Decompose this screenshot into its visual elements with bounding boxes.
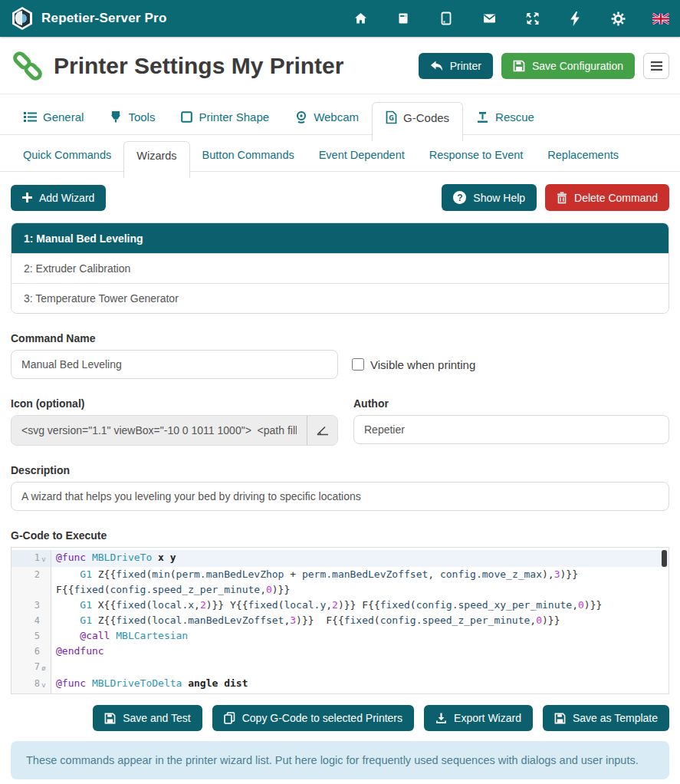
icon-preview-button[interactable] [307, 416, 337, 445]
top-navbar: Repetier-Server Pro [0, 0, 680, 37]
editor-line: 8v@func MBLDriveToDelta angle dist [11, 676, 669, 693]
chain-link-icon [11, 49, 44, 83]
uk-flag-icon[interactable] [652, 11, 669, 26]
gear-icon[interactable] [609, 11, 626, 26]
hamburger-icon [651, 61, 662, 71]
description-label: Description [11, 464, 669, 476]
bolt-icon[interactable] [567, 11, 583, 26]
editor-scrollbar-thumb[interactable] [662, 550, 667, 567]
main-tabs: General Tools Printer Shape Webcam G G-C… [0, 94, 680, 135]
wizard-toolbar: Add Wizard ? Show Help Delete Command [0, 172, 680, 211]
editor-line: 4 G1 Z{{fixed(local.manBedLevZoffset,3)}… [11, 613, 669, 628]
brand-name: Repetier-Server Pro [41, 11, 166, 26]
extruder-icon [110, 110, 122, 124]
author-label: Author [353, 397, 669, 410]
tab-webcam[interactable]: Webcam [282, 103, 372, 134]
tab-printer-shape[interactable]: Printer Shape [168, 103, 282, 134]
list-icon [24, 111, 37, 123]
save-configuration-button[interactable]: Save Configuration [501, 53, 635, 79]
list-item[interactable]: 3: Temperature Tower Generator [11, 283, 669, 313]
tab-rescue[interactable]: Rescue [463, 103, 547, 134]
subtab-response-to-event[interactable]: Response to Event [417, 141, 536, 171]
wizard-form: Command Name Visible when printing Icon … [0, 332, 680, 694]
editor-line: 3 G1 X{{fixed(local.x,2)}} Y{{fixed(loca… [11, 598, 669, 613]
icon-label: Icon (optional) [11, 397, 338, 410]
square-icon [181, 111, 192, 123]
home-icon[interactable] [352, 11, 369, 26]
visible-when-printing-checkbox-row[interactable]: Visible when printing [352, 358, 475, 371]
gcode-editor[interactable]: 1v@func MBLDriveTo x y2 G1 Z{{fixed(min(… [11, 547, 669, 694]
footer: Save Configuration [0, 779, 680, 784]
gcode-editor-lines: 1v@func MBLDriveTo x y2 G1 Z{{fixed(min(… [11, 550, 669, 694]
delete-command-button[interactable]: Delete Command [545, 184, 669, 211]
info-box: These commands appear in the printer wiz… [11, 741, 669, 779]
info-text: These commands appear in the printer wiz… [26, 754, 639, 766]
question-icon: ? [453, 191, 466, 204]
repetier-logo-icon [11, 6, 34, 31]
add-wizard-button[interactable]: Add Wizard [11, 185, 106, 211]
subtab-button-commands[interactable]: Button Commands [190, 141, 307, 171]
save-icon [104, 713, 116, 724]
plus-icon [22, 193, 32, 203]
command-name-label: Command Name [11, 332, 669, 344]
webcam-icon [295, 110, 307, 124]
editor-line: 7ø [11, 659, 669, 676]
icon-svg-input[interactable] [11, 416, 307, 445]
subtab-event-dependent[interactable]: Event Dependent [307, 141, 417, 171]
svg-text:G: G [389, 115, 394, 122]
editor-line: 2 G1 Z{{fixed(min(perm.manBedLevZhop + p… [11, 567, 669, 598]
editor-line: 5 @call MBLCartesian [11, 628, 669, 644]
wizard-list: 1: Manual Bed Leveling 2: Extruder Calib… [11, 222, 669, 314]
gcode-file-icon: G [386, 110, 397, 124]
tab-tools[interactable]: Tools [97, 103, 168, 134]
printer-button[interactable]: Printer [419, 53, 493, 79]
angle-icon [317, 426, 329, 436]
command-name-input[interactable] [11, 350, 338, 379]
show-help-button[interactable]: ? Show Help [442, 184, 537, 211]
trash-icon [557, 192, 567, 204]
copy-gcode-button[interactable]: Copy G-Code to selected Printers [212, 705, 414, 731]
download-icon [435, 713, 447, 724]
subtab-wizards[interactable]: Wizards [123, 141, 189, 178]
brand[interactable]: Repetier-Server Pro [11, 6, 166, 31]
copy-icon [224, 712, 235, 724]
printer-icon[interactable] [395, 11, 412, 26]
export-wizard-button[interactable]: Export Wizard [424, 705, 533, 731]
rescue-icon [476, 111, 489, 124]
save-and-test-button[interactable]: Save and Test [93, 705, 202, 731]
subtab-quick-commands[interactable]: Quick Commands [11, 141, 123, 171]
editor-actions: Save and Test Copy G-Code to selected Pr… [0, 694, 680, 731]
list-item[interactable]: 1: Manual Bed Leveling [11, 223, 669, 253]
editor-line: 6@endfunc [11, 644, 669, 659]
menu-button[interactable] [643, 53, 669, 79]
back-arrow-icon [430, 61, 443, 72]
page-header: Printer Settings My Printer Printer Save… [0, 37, 680, 94]
gcode-label: G-Code to Execute [11, 529, 669, 542]
subtab-replacements[interactable]: Replacements [535, 141, 631, 171]
save-as-template-button[interactable]: Save as Template [543, 705, 669, 731]
gcode-subtabs: Quick Commands Wizards Button Commands E… [0, 135, 680, 172]
tablet-icon[interactable] [438, 11, 455, 26]
author-input[interactable] [353, 415, 669, 444]
save-icon [513, 60, 525, 72]
list-item[interactable]: 2: Extruder Calibration [11, 253, 669, 283]
save-icon [554, 713, 566, 724]
editor-line: 9 G1 Z{{fixed(min(perm.manBedLevDeltaZho… [11, 693, 669, 694]
expand-icon[interactable] [524, 11, 540, 26]
tab-general[interactable]: General [11, 103, 97, 134]
page-title: Printer Settings My Printer [54, 53, 343, 79]
tab-g-codes[interactable]: G G-Codes [372, 102, 463, 141]
editor-line: 1v@func MBLDriveTo x y [11, 550, 669, 567]
visible-when-printing-checkbox[interactable] [352, 358, 364, 371]
mail-icon[interactable] [481, 11, 498, 26]
description-input[interactable] [11, 482, 669, 511]
